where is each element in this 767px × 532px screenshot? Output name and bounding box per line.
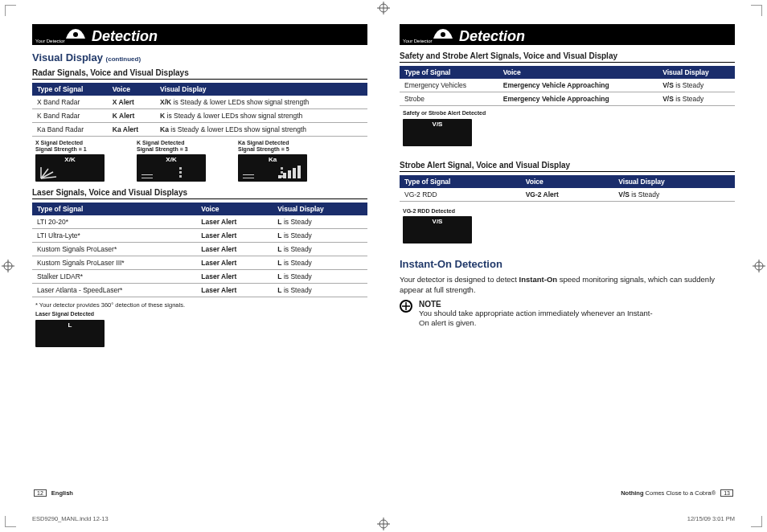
th-vd: Visual Display (155, 83, 367, 96)
header-bar: Your Detector Detection (400, 24, 735, 45)
diag-x-line1: X Signal Detected (35, 140, 83, 145)
svg-point-12 (73, 32, 78, 37)
table-row: X Band RadarX AlertX/K is Steady & lower… (32, 96, 367, 109)
lcd-text: X/K (64, 156, 75, 163)
page-spread: Your Detector Detection Visual Display (… (32, 24, 735, 497)
registration-mark-icon (2, 260, 14, 272)
cell-voice: Emergency Vehicle Approaching (498, 92, 658, 106)
diagram-x: X Signal DetectedSignal Strength = 1 X/K (35, 140, 105, 182)
cell-visual-display: X/K is Steady & lower LEDs show signal s… (155, 96, 367, 109)
table-row: Kustom Signals ProLaser*Laser AlertL is … (32, 243, 367, 256)
diag-k-line2: Signal Strength = 3 (137, 146, 188, 152)
cell-voice: Ka Alert (108, 123, 155, 137)
registration-mark-icon (377, 518, 390, 530)
strength-bars-icon (278, 166, 301, 178)
cell-voice: VG-2 Alert (521, 188, 614, 202)
subsection-strobe: Strobe Alert Signal, Voice and Visual Di… (400, 161, 735, 172)
section-visual-display-text: Visual Display (32, 51, 103, 63)
brand-label: Your Detector (35, 39, 64, 43)
lcd-text: Ka (269, 156, 277, 163)
table-radar-body: X Band RadarX AlertX/K is Steady & lower… (32, 96, 367, 137)
table-laser-body: LTI 20-20*Laser AlertL is SteadyLTI Ultr… (32, 215, 367, 297)
slug-file: ESD9290_MANL.indd 12-13 (32, 515, 109, 522)
note-block: NOTE You should take appropriate action … (400, 300, 735, 329)
registration-mark-icon (753, 260, 765, 272)
cell-signal: X Band Radar (32, 96, 108, 109)
table-row: K Band RadarK AlertK is Steady & lower L… (32, 109, 367, 123)
cell-visual-display: L is Steady (273, 270, 367, 284)
section-continued: (continued) (106, 55, 142, 63)
radar-diagrams: X Signal DetectedSignal Strength = 1 X/K… (35, 140, 367, 182)
header-bar: Your Detector Detection (32, 24, 367, 45)
underline-icon (243, 172, 254, 178)
cell-visual-display: L is Steady (273, 215, 367, 229)
lcd-text: V/S (433, 218, 443, 225)
signal-fan-icon (39, 166, 59, 180)
footer-tagline: Nothing Comes Close to a Cobra® (621, 489, 716, 497)
safety-diag-label: Safety or Strobe Alert Detected (403, 110, 735, 117)
cell-signal: K Band Radar (32, 109, 108, 123)
lcd-text: L (68, 321, 72, 329)
crop-mark (751, 5, 762, 16)
page-left: Your Detector Detection Visual Display (… (32, 24, 367, 497)
th-vd: Visual Display (658, 66, 735, 79)
cell-visual-display: V/S is Steady (658, 92, 735, 106)
lcd-display-vg2: V/S (403, 216, 472, 243)
table-row: Ka Band RadarKa AlertKa is Steady & lowe… (32, 123, 367, 137)
cell-signal: Kustom Signals ProLaser III* (32, 256, 196, 270)
cell-signal: LTI Ultra-Lyte* (32, 229, 196, 243)
cell-voice: X Alert (108, 96, 155, 109)
cell-voice: K Alert (108, 109, 155, 123)
table-strobe-body: VG-2 RDDVG-2 AlertV/S is Steady (400, 188, 735, 202)
table-radar: Type of Signal Voice Visual Display X Ba… (32, 83, 367, 137)
lcd-text: X/K (166, 156, 176, 163)
footer-language: English (51, 489, 73, 497)
table-row: VG-2 RDDVG-2 AlertV/S is Steady (400, 188, 735, 202)
dots-icon (179, 167, 182, 178)
cell-voice: Laser Alert (196, 284, 273, 297)
page-right: Your Detector Detection Safety and Strob… (400, 24, 735, 497)
header-title: Detection (459, 28, 525, 45)
cell-voice: Laser Alert (196, 256, 273, 270)
note-icon (400, 300, 412, 313)
subsection-laser: Laser Signals, Voice and Visual Displays (32, 188, 367, 199)
diag-k-line1: K Signal Detected (137, 140, 185, 145)
cell-voice: Laser Alert (196, 270, 273, 284)
cell-visual-display: L is Steady (273, 243, 367, 256)
instant-text-a: Your detector is designed to detect (400, 275, 519, 284)
cell-voice: Laser Alert (196, 243, 273, 256)
cell-signal: Laser Atlanta - SpeedLaser* (32, 284, 196, 297)
vg2-diag-label: VG-2 RDD Detected (403, 208, 735, 215)
cell-voice: Emergency Vehicle Approaching (498, 79, 658, 92)
laser-footnote: * Your detector provides 360° detection … (35, 301, 367, 309)
th-signal: Type of Signal (32, 83, 108, 96)
table-strobe: Type of Signal Voice Visual Display VG-2… (400, 175, 735, 202)
cell-signal: Emergency Vehicles (400, 79, 498, 92)
instant-on-paragraph: Your detector is designed to detect Inst… (400, 275, 735, 295)
svg-point-17 (441, 32, 445, 37)
subsection-radar: Radar Signals, Voice and Visual Displays (32, 68, 367, 80)
cell-visual-display: V/S is Steady (658, 79, 735, 92)
crop-mark (5, 5, 16, 16)
table-row: LTI 20-20*Laser AlertL is Steady (32, 215, 367, 229)
cell-signal: Kustom Signals ProLaser* (32, 243, 196, 256)
laser-diag-label: Laser Signal Detected (35, 311, 367, 317)
th-voice: Voice (196, 203, 273, 215)
cell-signal: Ka Band Radar (32, 123, 108, 137)
lcd-display-laser: L (35, 320, 105, 347)
page-number: 12 (34, 489, 47, 497)
lcd-text: V/S (433, 121, 443, 128)
th-signal: Type of Signal (32, 203, 196, 215)
diag-ka-line1: Ka Signal Detected (238, 140, 289, 145)
diag-ka-line2: Signal Strength = 5 (238, 146, 289, 152)
header-title: Detection (92, 28, 158, 45)
note-text: You should take appropriate action immed… (419, 309, 660, 329)
th-vd: Visual Display (273, 203, 367, 215)
diag-x-line2: Signal Strength = 1 (35, 146, 87, 152)
cell-visual-display: K is Steady & lower LEDs show signal str… (155, 109, 367, 123)
instant-text-b: Instant-On (519, 275, 558, 284)
crop-mark (751, 516, 762, 527)
note-heading: NOTE (419, 300, 660, 309)
brand-label: Your Detector (403, 39, 432, 43)
cell-visual-display: V/S is Steady (613, 188, 735, 202)
